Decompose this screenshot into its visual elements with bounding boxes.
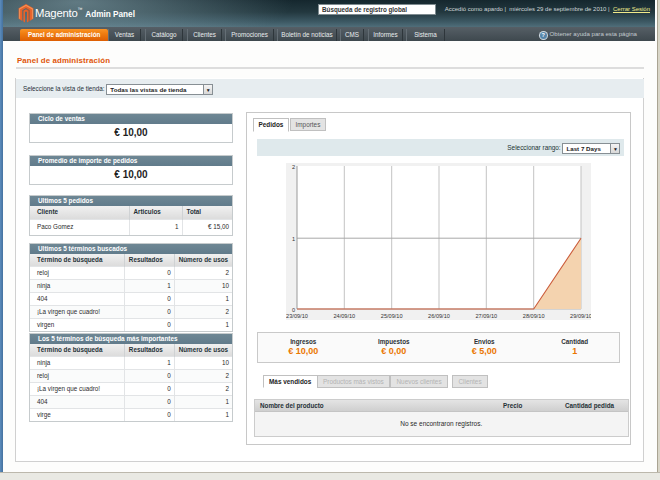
- svg-text:0: 0: [292, 307, 295, 313]
- svg-text:23/09/10: 23/09/10: [286, 313, 308, 319]
- svg-text:1: 1: [292, 236, 295, 242]
- svg-text:25/09/10: 25/09/10: [381, 313, 403, 319]
- svg-text:2: 2: [292, 164, 295, 170]
- svg-text:28/09/10: 28/09/10: [523, 313, 545, 319]
- svg-text:27/09/10: 27/09/10: [475, 313, 497, 319]
- svg-text:26/09/10: 26/09/10: [428, 313, 450, 319]
- svg-text:24/09/10: 24/09/10: [333, 313, 355, 319]
- svg-text:29/09/10: 29/09/10: [570, 313, 591, 319]
